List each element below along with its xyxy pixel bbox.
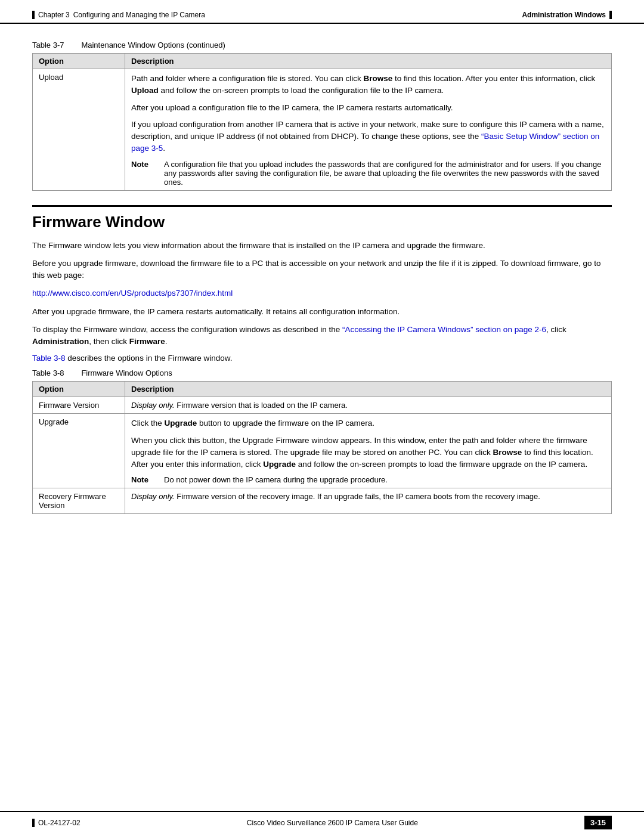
note-label-upload: Note [131,160,164,187]
table7-caption-label: Table 3-7 [32,41,64,49]
page-footer: OL-24127-02 Cisco Video Surveillance 260… [0,811,644,833]
firmware-download-link[interactable]: http://www.cisco.com/en/US/products/ps73… [32,289,233,298]
note-table8-upgrade: Note Do not power down the IP camera dur… [131,475,605,484]
table8-col2-header: Description [125,382,612,397]
table8-caption: Table 3-8 Firmware Window Options [32,368,612,377]
table8-option-recovery: Recovery Firmware Version [33,488,125,514]
table8-desc-fwversion: Display only. Firmware version that is l… [125,397,612,414]
table8-ref-after: describes the options in the Firmware wi… [66,354,233,363]
upload-desc-para1: Path and folder where a configuration fi… [131,73,605,97]
table8-caption-title: Firmware Window Options [81,368,172,377]
header-right-bar [609,11,612,19]
table-row: Upload Path and folder where a configura… [33,69,612,191]
basic-setup-link[interactable]: “Basic Setup Window” section on page 3-5 [131,132,599,153]
table8-ref-label: Table 3-8 [32,354,66,363]
table7-desc-upload: Path and folder where a configuration fi… [125,69,612,191]
upgrade-desc-line1: Click the Upgrade button to upgrade the … [131,417,605,429]
chapter-title: Configuring and Managing the IP Camera [73,11,205,19]
header-left-bar [32,11,35,19]
table-row: Upgrade Click the Upgrade button to upgr… [33,414,612,488]
footer-page-number: 3-15 [584,816,612,829]
accessing-link[interactable]: “Accessing the IP Camera Windows” sectio… [342,325,546,334]
note-text-upload: A configuration file that you upload inc… [164,160,605,187]
table8-desc-upgrade: Click the Upgrade button to upgrade the … [125,414,612,488]
table7-caption-title: Maintenance Window Options (continued) [81,41,225,49]
table7: Option Description Upload Path and folde… [32,53,612,191]
firmware-para3: After you upgrade firmware, the IP camer… [32,306,612,318]
table8-option-fwversion: Firmware Version [33,397,125,414]
upgrade-desc-para: When you click this button, the Upgrade … [131,435,605,471]
footer-left: OL-24127-02 [32,819,80,827]
table-row: Recovery Firmware Version Display only. … [33,488,612,514]
firmware-heading: Firmware Window [32,205,612,231]
note-text-upgrade: Do not power down the IP camera during t… [164,475,605,484]
table8-ref-text: Table 3-8 describes the options in the F… [32,354,612,363]
table8: Option Description Firmware Version Disp… [32,381,612,514]
table8-option-upgrade: Upgrade [33,414,125,488]
footer-guide-title: Cisco Video Surveillance 2600 IP Camera … [247,819,418,827]
note-row: Note A configuration file that you uploa… [131,160,605,187]
firmware-link-para: http://www.cisco.com/en/US/products/ps73… [32,287,612,299]
table7-caption: Table 3-7 Maintenance Window Options (co… [32,41,612,49]
chapter-label: Chapter 3 [38,11,70,19]
main-content: Table 3-7 Maintenance Window Options (co… [0,24,644,564]
header-right: Administration Windows [522,11,612,19]
table-row: Firmware Version Display only. Firmware … [33,397,612,414]
header-right-title: Administration Windows [522,11,606,19]
table7-col1-header: Option [33,54,125,69]
note-row: Note Do not power down the IP camera dur… [131,475,605,484]
firmware-para2: Before you upgrade firmware, download th… [32,258,612,282]
upload-desc-para3: If you upload configuration from another… [131,119,605,155]
table8-ref-link[interactable]: Table 3-8 [32,354,66,363]
note-label-upgrade: Note [131,475,164,484]
footer-center: Cisco Video Surveillance 2600 IP Camera … [247,819,418,827]
footer-ol-number: OL-24127-02 [38,819,80,827]
table7-col2-header: Description [125,54,612,69]
note-table7: Note A configuration file that you uploa… [131,160,605,187]
firmware-para4: To display the Firmware window, access t… [32,324,612,348]
firmware-para1: The Firmware window lets you view inform… [32,240,612,252]
page-header: Chapter 3 Configuring and Managing the I… [0,0,644,24]
header-left: Chapter 3 Configuring and Managing the I… [32,11,205,19]
upload-desc-para2: After you upload a configuration file to… [131,102,605,114]
table8-desc-recovery: Display only. Firmware version of the re… [125,488,612,514]
table8-col1-header: Option [33,382,125,397]
footer-left-bar [32,819,35,827]
table8-caption-label: Table 3-8 [32,368,64,377]
table7-option-upload: Upload [33,69,125,191]
